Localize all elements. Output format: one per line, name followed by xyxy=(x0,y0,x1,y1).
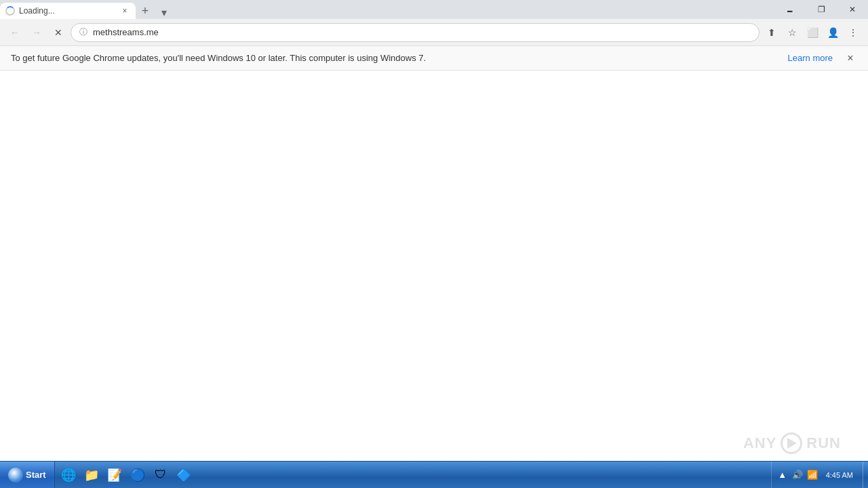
infobar-close-button[interactable]: × xyxy=(844,52,857,65)
back-button[interactable]: ← xyxy=(5,23,24,42)
tab-overflow-button[interactable]: ▾ xyxy=(155,6,174,19)
taskbar-folder-icon[interactable]: 📁 xyxy=(81,464,102,486)
restore-button[interactable]: ❐ xyxy=(806,0,837,19)
infobar: To get future Google Chrome updates, you… xyxy=(0,46,868,70)
watermark-text-any: ANY xyxy=(743,434,776,452)
taskbar-items: 🌐 📁 📝 🔵 🛡 🔷 xyxy=(55,464,771,486)
taskbar-edge-icon[interactable]: 🔷 xyxy=(173,464,195,486)
watermark: ANY RUN xyxy=(743,432,841,454)
start-button[interactable]: Start xyxy=(0,462,55,489)
taskbar-ie-icon[interactable]: 🌐 xyxy=(58,464,79,486)
watermark-text-run: RUN xyxy=(806,434,841,452)
profile-button[interactable]: 👤 xyxy=(823,23,842,42)
infobar-message: To get future Google Chrome updates, you… xyxy=(11,53,788,63)
minimize-button[interactable]: 🗕 xyxy=(774,0,806,19)
watermark-triangle xyxy=(787,438,797,449)
address-bar[interactable]: ⓘ methstreams.me xyxy=(71,23,760,42)
titlebar: Loading... × + ▾ 🗕 ❐ ✕ xyxy=(0,0,868,19)
menu-button[interactable]: ⋮ xyxy=(844,23,863,42)
taskbar-chrome-icon[interactable]: 🔵 xyxy=(127,464,149,486)
tray-expand-button[interactable]: ▲ xyxy=(777,470,788,481)
start-orb-icon xyxy=(8,468,23,483)
tabcast-button[interactable]: ⬜ xyxy=(803,23,822,42)
tab-close-button[interactable]: × xyxy=(119,5,130,16)
tray-volume-icon[interactable]: 🔊 xyxy=(792,470,803,481)
learn-more-link[interactable]: Learn more xyxy=(788,53,833,63)
page-content xyxy=(0,70,868,461)
system-tray: ▲ 🔊 📶 4:45 AM xyxy=(771,462,863,489)
taskbar: Start 🌐 📁 📝 🔵 🛡 🔷 ▲ 🔊 📶 4:45 AM xyxy=(0,461,868,488)
tab-title: Loading... xyxy=(19,6,115,16)
start-label: Start xyxy=(26,470,46,480)
address-icon: ⓘ xyxy=(79,26,87,38)
toolbar-icons: ⬆ ☆ ⬜ 👤 ⋮ xyxy=(762,23,863,42)
new-tab-button[interactable]: + xyxy=(136,3,155,19)
active-tab[interactable]: Loading... × xyxy=(0,3,136,19)
address-text: methstreams.me xyxy=(93,27,751,37)
taskbar-antivirus-icon[interactable]: 🛡 xyxy=(150,464,172,486)
watermark-play-icon xyxy=(781,432,802,454)
taskbar-notepad-icon[interactable]: 📝 xyxy=(104,464,125,486)
tray-network-icon[interactable]: 📶 xyxy=(807,470,818,481)
share-button[interactable]: ⬆ xyxy=(762,23,781,42)
forward-button[interactable]: → xyxy=(27,23,46,42)
system-clock[interactable]: 4:45 AM xyxy=(822,471,857,479)
navbar: ← → ✕ ⓘ methstreams.me ⬆ ☆ ⬜ 👤 ⋮ xyxy=(0,19,868,46)
loading-spinner xyxy=(5,6,15,16)
tab-strip: Loading... × + ▾ xyxy=(0,0,774,19)
close-button[interactable]: ✕ xyxy=(837,0,868,19)
window-controls: 🗕 ❐ ✕ xyxy=(774,0,868,19)
bookmark-button[interactable]: ☆ xyxy=(783,23,802,42)
show-desktop-button[interactable] xyxy=(863,462,868,489)
reload-button[interactable]: ✕ xyxy=(49,23,68,42)
